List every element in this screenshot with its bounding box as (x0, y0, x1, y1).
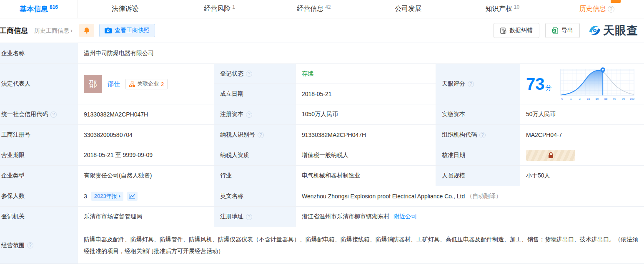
company-type-value: 有限责任公司(自然人独资) (78, 166, 214, 186)
bell-icon (83, 27, 90, 34)
related-companies-badge[interactable]: 关联企业 2 (125, 79, 168, 89)
help-icon[interactable] (258, 132, 264, 138)
staff-size-value: 小于50人 (520, 166, 644, 186)
lock-icon (548, 152, 554, 159)
credit-code-label: 统一社会信用代码 (0, 104, 78, 125)
establish-date-value: 2018-05-21 (296, 84, 436, 104)
taxpayer-quality-label: 纳税人资质 (214, 145, 296, 166)
history-business-info-link[interactable]: 历史工商信息 (34, 27, 73, 35)
help-icon[interactable] (468, 81, 474, 87)
tab-label: 经营风险 (204, 5, 231, 13)
camera-icon (105, 28, 112, 33)
insured-count-value: 3 2023年报 (78, 186, 214, 207)
tab-business-info[interactable]: 经营信息 42 (267, 0, 361, 18)
score-number[interactable]: 73 分 (526, 75, 552, 94)
approval-date-value (520, 145, 644, 166)
tab-count-badge: 42 (325, 4, 331, 10)
tab-intellectual-property[interactable]: 知识产权 10 (455, 0, 549, 18)
help-icon[interactable] (246, 71, 252, 77)
legal-rep-avatar[interactable]: 邵 (84, 75, 102, 93)
snapshot-button-label: 查看工商快照 (115, 27, 150, 34)
svg-text:85: 85 (604, 97, 607, 100)
reg-authority-value: 乐清市市场监督管理局 (78, 207, 214, 227)
svg-text:99: 99 (621, 97, 625, 100)
business-term-label: 营业期限 (0, 145, 78, 166)
tab-label: 法律诉讼 (112, 5, 138, 13)
tab-company-development[interactable]: 公司发展 (361, 0, 455, 18)
help-icon[interactable] (608, 6, 614, 13)
paid-capital-value: 50万人民币 (520, 104, 644, 125)
insured-count-label: 参保人数 (0, 186, 78, 207)
legal-rep-label: 法定代表人 (0, 64, 78, 104)
chart-x-ticks: 0 1 3 15 50 85 97 99 100 (561, 97, 634, 100)
svg-text:50: 50 (595, 97, 599, 100)
view-snapshot-button[interactable]: 查看工商快照 (99, 24, 155, 37)
tab-label: 知识产权 (486, 5, 512, 13)
org-code-value: MA2CPH04-7 (520, 125, 644, 145)
correction-button-label: 数据纠错 (509, 27, 533, 34)
reg-status-label: 登记状态 (214, 64, 296, 84)
reg-number-value: 330382000580704 (78, 125, 214, 145)
tab-label: 公司发展 (395, 5, 421, 13)
reg-address-value: 浙江省温州市乐清市柳市镇湖东村 附近公司 (296, 207, 644, 227)
score-distribution-chart[interactable]: 0 1 3 15 50 85 97 99 100 (557, 67, 638, 101)
data-correction-button[interactable]: 数据纠错 (494, 23, 539, 38)
approval-date-label: 核准日期 (436, 145, 520, 166)
tab-count-badge: 10 (514, 4, 519, 10)
line-chart-icon (129, 193, 135, 199)
annual-report-tag[interactable]: 2023年报 (91, 192, 123, 201)
tianyancha-logo-text: 天眼查 (603, 23, 638, 38)
tianyancha-logo[interactable]: 天眼查 (588, 23, 638, 38)
svg-text:3: 3 (579, 97, 580, 100)
nearby-companies-link[interactable]: 附近公司 (393, 213, 417, 220)
tab-operating-risk[interactable]: 经营风险 1 (172, 0, 266, 18)
org-chart-icon (129, 81, 135, 87)
english-name-label: 英文名称 (214, 186, 296, 207)
help-icon[interactable] (50, 111, 57, 118)
taxpayer-quality-value: 增值税一般纳税人 (296, 145, 436, 166)
auto-translate-note: （自动翻译） (466, 192, 501, 200)
taxpayer-id-label: 纳税人识别号 (214, 125, 296, 145)
section-tabbar: 基本信息 816 法律诉讼 经营风险 1 经营信息 42 公司发展 知识产权 1… (0, 0, 644, 18)
svg-text:100: 100 (629, 97, 634, 100)
tab-label: 经营信息 (297, 5, 323, 13)
reg-capital-value: 1050万人民币 (296, 104, 436, 125)
english-name-value: Wenzhou Zhongsi Explosion proof Electric… (296, 186, 644, 207)
business-term-value: 2018-05-21 至 9999-09-09 (78, 145, 214, 166)
help-icon[interactable] (246, 111, 252, 118)
staff-size-label: 人员规模 (436, 166, 520, 186)
industry-value: 电气机械和器材制造业 (296, 166, 436, 186)
reg-status-value: 存续 (296, 64, 436, 84)
reg-address-label: 注册地址 (214, 207, 296, 227)
reg-number-label: 工商注册号 (0, 125, 78, 145)
paid-capital-label: 实缴资本 (436, 104, 520, 125)
establish-date-label: 成立日期 (214, 84, 296, 104)
svg-text:0: 0 (561, 97, 563, 100)
help-icon[interactable] (27, 242, 33, 248)
excel-icon (552, 27, 559, 34)
company-type-label: 企业类型 (0, 166, 78, 186)
tab-label: 历史信息 (579, 5, 606, 13)
trend-chart-button[interactable] (127, 192, 138, 201)
legal-rep-value: 邵 邵仕 关联企业 2 (78, 64, 214, 104)
tab-count-badge: 816 (50, 4, 58, 10)
business-scope-label: 经营范围 (0, 227, 78, 263)
tab-legal-proceedings[interactable]: 法律诉讼 (78, 0, 172, 18)
monitor-bell-button[interactable] (79, 24, 94, 37)
tab-history-info[interactable]: 历史信息 (550, 0, 644, 18)
svg-text:1: 1 (570, 97, 571, 100)
export-button[interactable]: 导出 (545, 23, 580, 38)
legal-rep-name-link[interactable]: 邵仕 (108, 80, 120, 88)
reg-authority-label: 登记机关 (0, 207, 78, 227)
taxpayer-id-value: 91330382MA2CPH047H (296, 125, 436, 145)
score-value: 73 分 0 (520, 64, 644, 104)
export-button-label: 导出 (561, 27, 573, 34)
locked-value-button[interactable] (526, 150, 575, 161)
svg-text:15: 15 (586, 97, 590, 100)
help-icon[interactable] (479, 132, 486, 138)
business-scope-value: 防爆电器及配件、防爆灯具、防爆管件、防爆风机、防爆仪器仪表（不含计量器具）、防爆… (78, 227, 644, 263)
help-icon[interactable] (246, 214, 252, 220)
industry-label: 行业 (214, 166, 296, 186)
tab-basic-info[interactable]: 基本信息 816 (0, 0, 78, 18)
company-name-value: 温州中司防爆电器有限公司 (78, 43, 644, 64)
